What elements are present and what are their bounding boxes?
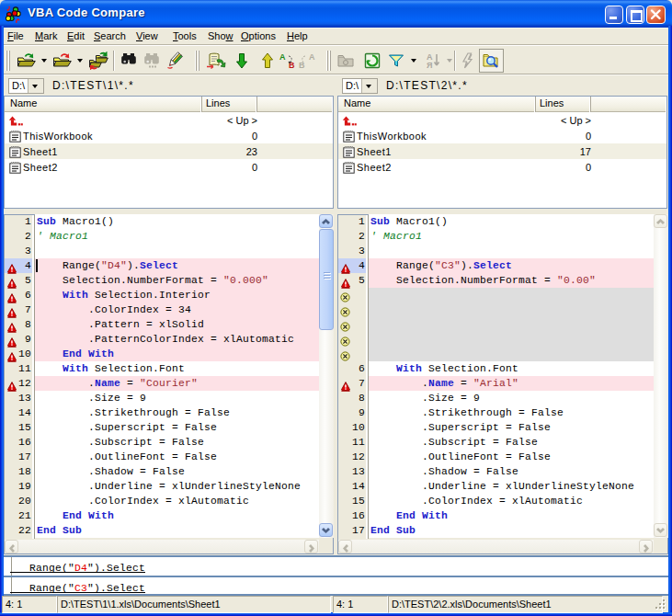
svg-text:A: A bbox=[309, 52, 315, 62]
svg-text:Я: Я bbox=[427, 61, 432, 70]
svg-text:A: A bbox=[279, 52, 286, 62]
svg-text:B: B bbox=[299, 61, 305, 70]
